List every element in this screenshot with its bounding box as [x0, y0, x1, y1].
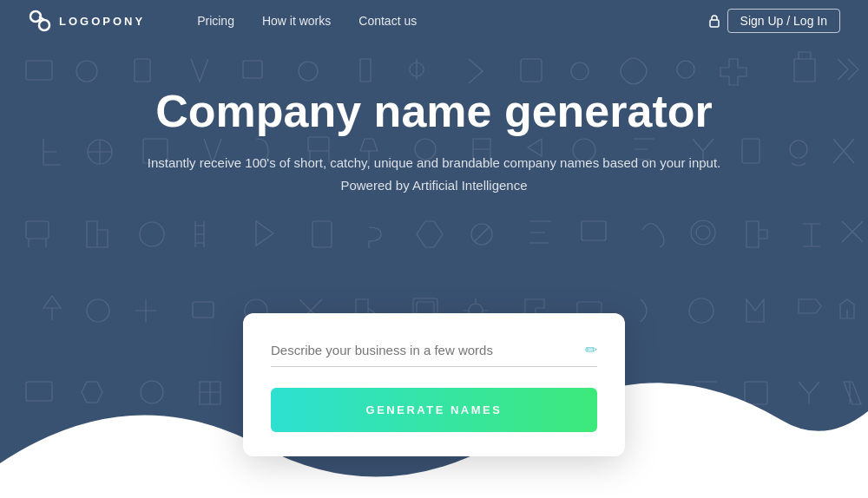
- nav-contact[interactable]: Contact us: [358, 14, 417, 28]
- business-description-input[interactable]: [271, 343, 585, 357]
- nav-how-it-works[interactable]: How it works: [262, 14, 331, 28]
- generate-names-button[interactable]: GENERATE NAMES: [271, 388, 597, 432]
- logo-icon: [28, 9, 52, 33]
- hero-subtitle-line1: Instantly receive 100's of short, catchy…: [148, 152, 721, 174]
- hero-section: LOGOPONY Pricing How it works Contact us…: [0, 0, 868, 498]
- lock-icon: [708, 14, 720, 28]
- nav-pricing[interactable]: Pricing: [197, 14, 234, 28]
- logo-link[interactable]: LOGOPONY: [28, 9, 145, 33]
- logo-text: LOGOPONY: [59, 15, 145, 28]
- sign-up-button[interactable]: Sign Up / Log In: [727, 9, 840, 33]
- header-auth: Sign Up / Log In: [708, 9, 840, 33]
- pencil-icon: ✏: [585, 341, 597, 359]
- svg-rect-41: [710, 20, 719, 27]
- hero-subtitle-line2: Powered by Artificial Intelligence: [340, 174, 527, 197]
- svg-point-39: [39, 20, 49, 30]
- input-row: ✏: [271, 341, 597, 367]
- hero-title: Company name generator: [155, 87, 713, 136]
- header: LOGOPONY Pricing How it works Contact us…: [0, 0, 868, 42]
- search-card: ✏ GENERATE NAMES: [243, 313, 625, 456]
- main-nav: Pricing How it works Contact us: [197, 14, 417, 28]
